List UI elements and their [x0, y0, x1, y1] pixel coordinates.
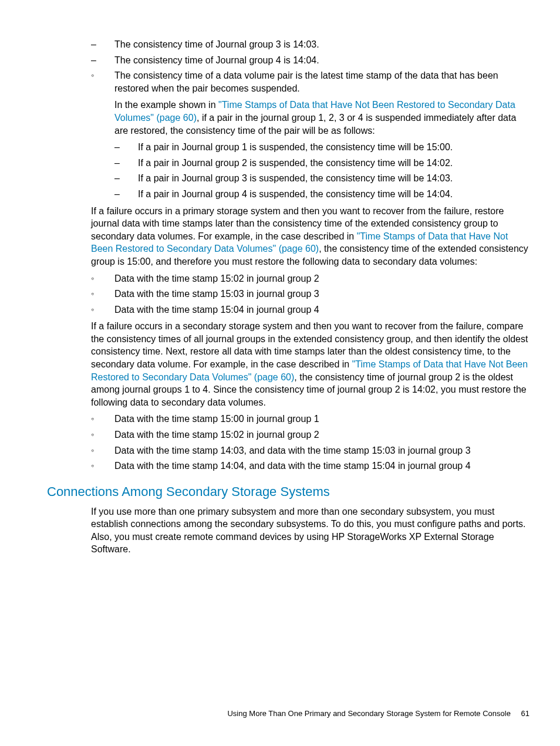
- item-text: Data with the time stamp 15:03 in journa…: [114, 289, 319, 299]
- main-content: The consistency time of Journal group 3 …: [91, 38, 529, 556]
- item-text: The consistency time of Journal group 4 …: [114, 55, 319, 65]
- list-item: If a pair in Journal group 1 is suspende…: [114, 141, 529, 154]
- item-text: Data with the time stamp 15:04 in journa…: [114, 305, 319, 315]
- list-item: If a pair in Journal group 3 is suspende…: [114, 172, 529, 185]
- list-item: Data with the time stamp 15:04 in journa…: [91, 303, 529, 316]
- body-paragraph: If a failure occurs in a secondary stora…: [91, 320, 529, 409]
- item-text: Data with the time stamp 14:04, and data…: [114, 461, 471, 471]
- list-item: The consistency time of a data volume pa…: [91, 69, 529, 200]
- page-number: 61: [521, 709, 529, 718]
- circle-list-3: Data with the time stamp 15:00 in journa…: [91, 413, 529, 472]
- item-text: If a pair in Journal group 2 is suspende…: [138, 158, 453, 168]
- item-text: If a pair in Journal group 3 is suspende…: [138, 173, 453, 183]
- circle-list-2: Data with the time stamp 15:02 in journa…: [91, 272, 529, 316]
- text-run: In the example shown in: [114, 100, 218, 110]
- footer-text: Using More Than One Primary and Secondar…: [227, 709, 510, 718]
- item-text: If a pair in Journal group 4 is suspende…: [138, 189, 453, 199]
- document-page: The consistency time of Journal group 3 …: [0, 0, 560, 746]
- circle-list-1: The consistency time of a data volume pa…: [91, 69, 529, 200]
- section-heading: Connections Among Secondary Storage Syst…: [47, 483, 529, 501]
- list-item: Data with the time stamp 14:03, and data…: [91, 444, 529, 457]
- list-item: If a pair in Journal group 4 is suspende…: [114, 188, 529, 201]
- item-text: If a pair in Journal group 1 is suspende…: [138, 142, 453, 152]
- body-paragraph: If a failure occurs in a primary storage…: [91, 205, 529, 268]
- list-item: Data with the time stamp 15:02 in journa…: [91, 428, 529, 441]
- item-text: The consistency time of Journal group 3 …: [114, 39, 319, 49]
- item-text: Data with the time stamp 15:02 in journa…: [114, 430, 319, 440]
- list-item: Data with the time stamp 14:04, and data…: [91, 460, 529, 472]
- list-item: Data with the time stamp 15:03 in journa…: [91, 288, 529, 301]
- item-text: Data with the time stamp 14:03, and data…: [114, 445, 471, 455]
- page-footer: Using More Than One Primary and Secondar…: [227, 708, 529, 719]
- item-text: Data with the time stamp 15:00 in journa…: [114, 414, 319, 424]
- item-paragraph: In the example shown in "Time Stamps of …: [114, 99, 529, 137]
- list-item: The consistency time of Journal group 4 …: [91, 54, 529, 67]
- list-item: If a pair in Journal group 2 is suspende…: [114, 157, 529, 170]
- top-dash-list: The consistency time of Journal group 3 …: [91, 38, 529, 66]
- item-text: Data with the time stamp 15:02 in journa…: [114, 274, 319, 283]
- nested-dash-list: If a pair in Journal group 1 is suspende…: [114, 141, 529, 200]
- item-text: The consistency time of a data volume pa…: [114, 70, 498, 93]
- list-item: The consistency time of Journal group 3 …: [91, 38, 529, 51]
- section-paragraph: If you use more than one primary subsyst…: [91, 505, 529, 556]
- list-item: Data with the time stamp 15:00 in journa…: [91, 413, 529, 426]
- list-item: Data with the time stamp 15:02 in journa…: [91, 272, 529, 285]
